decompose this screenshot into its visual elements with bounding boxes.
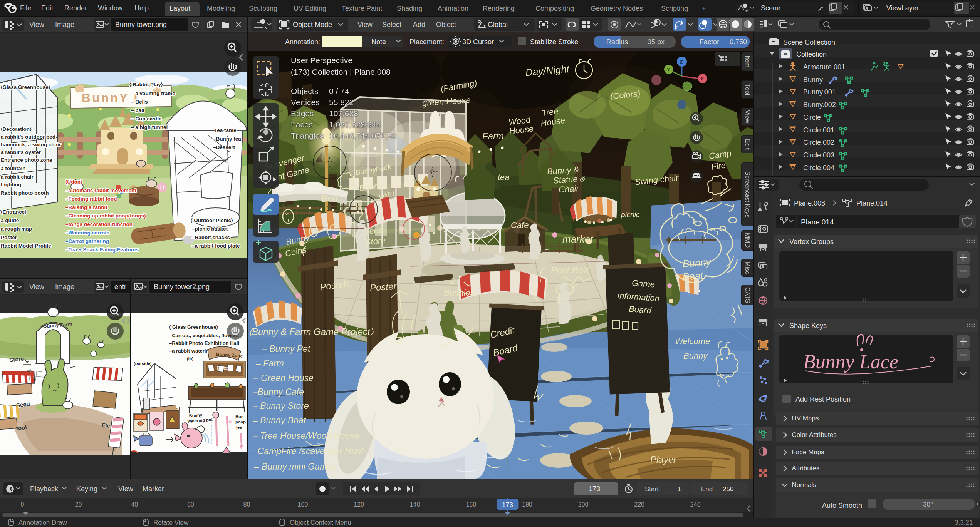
svg-text:Stabilize Stroke: Stabilize Stroke xyxy=(530,38,578,46)
svg-text:120: 120 xyxy=(354,501,364,508)
svg-text:–Watering carrots: –Watering carrots xyxy=(65,230,109,236)
svg-text:Auto Smooth: Auto Smooth xyxy=(822,502,862,509)
svg-text:Bunny tower2.png: Bunny tower2.png xyxy=(154,283,210,291)
svg-text:Annotation Draw: Annotation Draw xyxy=(18,519,67,526)
svg-text:–Cleaning up rabbit poop(tongs: –Cleaning up rabbit poop(tongs) xyxy=(65,213,146,219)
svg-text:Farm: Farm xyxy=(482,131,504,141)
svg-text:Poster: Poster xyxy=(1,234,17,240)
svg-text:–Rabbit Photo Exhibition Hall: –Rabbit Photo Exhibition Hall xyxy=(169,340,239,346)
svg-text:tea: tea xyxy=(498,172,510,182)
svg-text:Lighting: Lighting xyxy=(1,182,21,187)
svg-text:(173) Collection | Plane.008: (173) Collection | Plane.008 xyxy=(291,67,391,76)
svg-text:–Carrot gathering: –Carrot gathering xyxy=(65,238,109,244)
svg-text:〈 Rabbit Play〉: 〈 Rabbit Play〉 xyxy=(129,82,163,87)
svg-text:Rotate View: Rotate View xyxy=(153,519,189,526)
svg-text:– Tree House/Wood House: – Tree House/Wood House xyxy=(252,431,359,441)
svg-text:Object: Object xyxy=(436,21,456,28)
svg-text:160: 160 xyxy=(466,501,476,508)
svg-text:18,446,744,071,50: 18,446,744,071,50 xyxy=(329,131,396,140)
svg-text:200: 200 xyxy=(578,501,589,508)
svg-text:market: market xyxy=(562,233,594,245)
svg-text:User Perspective: User Perspective xyxy=(291,56,352,65)
svg-text:entr: entr xyxy=(114,283,126,291)
svg-text:Armature.001: Armature.001 xyxy=(803,63,845,71)
svg-text:– Farm: – Farm xyxy=(255,358,284,368)
svg-text:〈Bunny & Farm Game Project〉: 〈Bunny & Farm Game Project〉 xyxy=(249,326,374,337)
svg-text:– Bunny Boat: – Bunny Boat xyxy=(252,415,307,425)
svg-text:173: 173 xyxy=(502,501,513,509)
svg-text:240: 240 xyxy=(690,501,701,508)
svg-text:Vertex Groups: Vertex Groups xyxy=(789,238,834,246)
svg-text:–tongs decoration function: –tongs decoration function xyxy=(65,221,133,227)
svg-text:140: 140 xyxy=(410,501,420,508)
svg-text:Bunny tower.png: Bunny tower.png xyxy=(115,21,167,28)
svg-text:〈 Glass Greenhouse〉: 〈 Glass Greenhouse〉 xyxy=(169,324,218,330)
svg-text:Objects: Objects xyxy=(291,87,318,95)
svg-text:–Raising a rabbit: –Raising a rabbit xyxy=(65,204,107,210)
svg-text:Add Rest Position: Add Rest Position xyxy=(795,395,851,403)
svg-text:Global: Global xyxy=(488,21,508,28)
svg-text:a fountain: a fountain xyxy=(1,166,26,171)
svg-text:1: 1 xyxy=(677,485,681,493)
svg-text:hammock, a swing chair: hammock, a swing chair xyxy=(1,142,61,147)
svg-text:Bunnies: Bunnies xyxy=(444,288,475,298)
svg-text:–a rabbit food plate: –a rabbit food plate xyxy=(192,243,240,249)
svg-text:1,065,328,644: 1,065,328,644 xyxy=(329,120,381,129)
svg-text:〈Glass Greenhouse〉: 〈Glass Greenhouse〉 xyxy=(1,84,50,90)
svg-text:Y: Y xyxy=(667,67,670,72)
svg-text:Tea table: Tea table xyxy=(214,127,237,133)
svg-text:–Bunny Cafe: –Bunny Cafe xyxy=(252,387,304,397)
svg-text:Vertices: Vertices xyxy=(291,98,320,107)
svg-text:Bed: Bed xyxy=(321,193,338,204)
svg-text:Game: Game xyxy=(631,278,655,289)
svg-text:– Bunny Pet: – Bunny Pet xyxy=(262,344,311,354)
svg-text:80: 80 xyxy=(243,501,250,508)
svg-text:Radius: Radius xyxy=(606,38,628,46)
svg-text:Bunny: Bunny xyxy=(189,413,203,418)
svg-text:107,688: 107,688 xyxy=(329,109,358,118)
svg-text:–Feeding rabbit food: –Feeding rabbit food xyxy=(65,196,117,202)
svg-text:Edges: Edges xyxy=(291,109,314,118)
svg-text:35 px: 35 px xyxy=(648,38,665,46)
svg-text:(outside): (outside) xyxy=(134,361,152,366)
svg-text:Annotation:: Annotation: xyxy=(285,38,320,46)
svg-text:– ball: – ball xyxy=(131,107,144,113)
svg-text:0.750: 0.750 xyxy=(730,38,747,46)
svg-text:Plane.008: Plane.008 xyxy=(794,199,825,207)
svg-text:– Bunny Store: – Bunny Store xyxy=(252,401,309,411)
svg-text:Note: Note xyxy=(371,38,386,46)
svg-text:a guide: a guide xyxy=(1,217,19,223)
svg-text:T: T xyxy=(730,55,734,64)
svg-text:Faces: Faces xyxy=(291,120,313,129)
svg-text:Circle.001: Circle.001 xyxy=(803,126,834,134)
svg-text:0 / 74: 0 / 74 xyxy=(329,87,349,95)
svg-text:30°: 30° xyxy=(923,501,933,508)
svg-text:3.3.21: 3.3.21 xyxy=(955,519,973,526)
svg-text:ViewLayer: ViewLayer xyxy=(886,4,919,12)
svg-text:Keying: Keying xyxy=(76,485,97,493)
svg-text:– Bunny mini Games: – Bunny mini Games xyxy=(254,462,337,472)
svg-text:Entrance photo zone: Entrance photo zone xyxy=(1,157,52,163)
svg-text:〈Udon〉: 〈Udon〉 xyxy=(65,179,82,185)
svg-text:〈Entrance〉: 〈Entrance〉 xyxy=(1,209,27,215)
svg-text:〈Decoration〉: 〈Decoration〉 xyxy=(1,126,32,132)
svg-text:Factor: Factor xyxy=(700,38,719,46)
svg-text:a rough map: a rough map xyxy=(1,226,32,232)
svg-text:Bun: Bun xyxy=(235,414,244,419)
svg-text:–automatic rabbit movement: –automatic rabbit movement xyxy=(65,187,136,193)
svg-text:– Cup castle: – Cup castle xyxy=(131,116,162,122)
svg-text:– Bells: – Bells xyxy=(131,99,148,105)
svg-text:–picnic basket: –picnic basket xyxy=(192,226,228,232)
svg-text:Circle: Circle xyxy=(803,114,821,121)
svg-text:Poster: Poster xyxy=(369,281,397,293)
svg-text:Playback: Playback xyxy=(30,485,59,493)
svg-text:–Tea + Snack Eating Features: –Tea + Snack Eating Features xyxy=(65,247,139,253)
svg-text:0: 0 xyxy=(21,501,24,508)
svg-text:250: 250 xyxy=(723,485,733,493)
svg-text:Circle.004: Circle.004 xyxy=(803,164,834,172)
svg-text:Photos: Photos xyxy=(217,366,229,370)
svg-text:Plane.014: Plane.014 xyxy=(856,199,888,207)
svg-text:Bunny: Bunny xyxy=(683,351,708,361)
svg-text:End: End xyxy=(701,485,713,493)
svg-text:Collection: Collection xyxy=(796,50,827,58)
